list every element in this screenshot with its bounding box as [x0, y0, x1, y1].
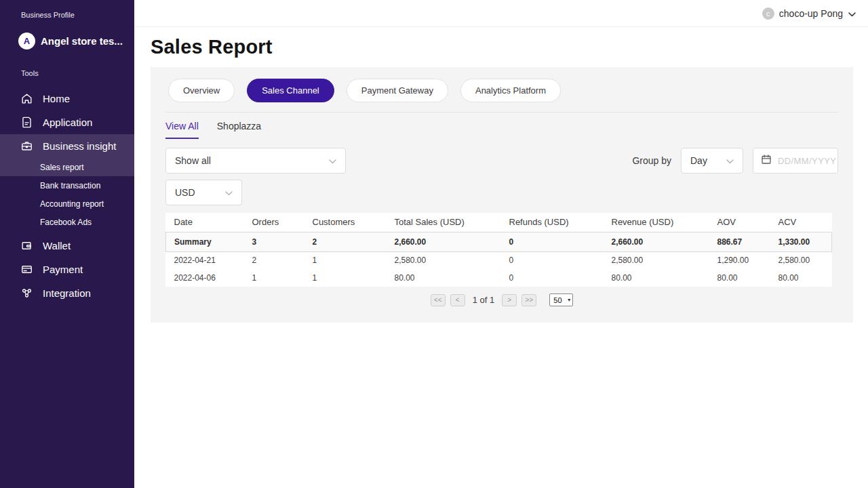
- sidebar-subitem-label: Accounting report: [40, 199, 104, 209]
- table-header-row: Date Orders Customers Total Sales (USD) …: [166, 213, 832, 232]
- pagination-next-button[interactable]: >: [502, 294, 517, 306]
- page-size-value: 50: [553, 296, 561, 304]
- divider: [165, 112, 838, 113]
- tab-view-all-label: View All: [165, 121, 199, 131]
- column-header-revenue: Revenue (USD): [604, 213, 709, 232]
- cell-date: 2022-04-06: [166, 269, 244, 287]
- table-row: 2022-04-21 2 1 2,580.00 0 2,580.00 1,290…: [166, 251, 832, 269]
- store-avatar: A: [18, 33, 35, 49]
- user-avatar: c: [762, 7, 774, 20]
- home-icon: [20, 92, 33, 105]
- chevron-down-icon: ▾: [568, 297, 570, 303]
- cell: 2,660.00: [604, 232, 709, 251]
- pagination-prev-button[interactable]: <: [450, 294, 465, 306]
- pagination-last-button[interactable]: >>: [521, 294, 536, 306]
- tab-sales-channel[interactable]: Sales Channel: [247, 79, 334, 102]
- sidebar-subitem-label: Bank transaction: [40, 181, 100, 190]
- cell: 80.00: [709, 269, 770, 287]
- user-menu[interactable]: c choco-up Pong: [762, 7, 856, 20]
- cell: 2,580.00: [387, 251, 501, 269]
- briefcase-icon: [20, 140, 33, 152]
- group-by-select[interactable]: Day: [681, 148, 743, 174]
- currency-select[interactable]: USD: [165, 180, 242, 205]
- chevron-down-icon: [225, 187, 233, 198]
- tools-label: Tools: [0, 69, 134, 77]
- sidebar: Business Profile A Angel store tes... To…: [0, 0, 134, 488]
- sidebar-item-label: Payment: [43, 264, 83, 275]
- pagination-info: 1 of 1: [473, 295, 495, 305]
- main-content: Sales Report Overview Sales Channel Paym…: [134, 27, 868, 488]
- cell: 1,330.00: [770, 232, 832, 251]
- cell-summary-label: Summary: [166, 232, 244, 251]
- sidebar-item-label: Home: [43, 93, 70, 104]
- sidebar-item-label: Application: [43, 117, 92, 128]
- column-header-customers: Customers: [304, 213, 387, 232]
- chevron-down-icon: [848, 7, 856, 20]
- cell: 0: [501, 269, 604, 287]
- sidebar-item-business-insight[interactable]: Business insight: [0, 134, 134, 158]
- store-name: Angel store tes...: [41, 35, 123, 47]
- currency-value: USD: [175, 187, 195, 198]
- group-by-controls: Group by Day DD/MM/YYYY: [632, 148, 838, 174]
- sidebar-item-label: Integration: [43, 287, 91, 299]
- sidebar-item-label: Wallet: [43, 240, 71, 251]
- sidebar-item-home[interactable]: Home: [0, 87, 134, 110]
- date-range-input[interactable]: DD/MM/YYYY: [753, 148, 838, 174]
- cell: 80.00: [387, 269, 501, 287]
- tab-payment-gateway[interactable]: Payment Gateway: [347, 79, 448, 102]
- business-profile-selector[interactable]: A Angel store tes...: [18, 33, 134, 49]
- sidebar-subitem-bank-transaction[interactable]: Bank transaction: [0, 176, 134, 195]
- group-by-label: Group by: [632, 155, 671, 166]
- sidebar-subitem-sales-report[interactable]: Sales report: [0, 158, 134, 176]
- tab-overview[interactable]: Overview: [168, 79, 235, 102]
- user-avatar-initial: c: [766, 9, 770, 18]
- tab-shoplazza-label: Shoplazza: [217, 121, 261, 131]
- cell: 2: [244, 251, 304, 269]
- cell: 1,290.00: [709, 251, 770, 269]
- sidebar-item-integration[interactable]: Integration: [0, 281, 134, 305]
- sidebar-item-label: Business insight: [43, 140, 116, 152]
- sidebar-item-payment[interactable]: Payment: [0, 258, 134, 281]
- date-placeholder: DD/MM/YYYY: [778, 156, 836, 166]
- tab-shoplazza[interactable]: Shoplazza: [217, 121, 261, 139]
- calendar-icon: [760, 153, 772, 168]
- cell: 0: [501, 232, 604, 251]
- tab-view-all[interactable]: View All: [165, 121, 199, 139]
- wallet-icon: [20, 239, 33, 252]
- chevron-down-icon: [329, 155, 336, 166]
- column-header-acv: ACV: [770, 213, 832, 232]
- cell: 1: [244, 269, 304, 287]
- business-profile-label: Business Profile: [0, 0, 134, 19]
- tab-analytics-platform[interactable]: Analytics Platform: [460, 79, 561, 102]
- user-name: choco-up Pong: [779, 8, 843, 19]
- view-tabs: View All Shoplazza: [165, 121, 838, 139]
- page-size-select[interactable]: 50 ▾: [549, 293, 573, 306]
- cell: 2,660.00: [387, 232, 501, 251]
- pagination-first-button[interactable]: <<: [431, 294, 446, 306]
- cell-date: 2022-04-21: [166, 251, 244, 269]
- summary-row: Summary 3 2 2,660.00 0 2,660.00 886.67 1…: [166, 232, 832, 251]
- sidebar-item-wallet[interactable]: Wallet: [0, 234, 134, 258]
- topbar: c choco-up Pong: [134, 0, 868, 27]
- sidebar-subitem-facebook-ads[interactable]: Facebook Ads: [0, 213, 134, 231]
- cell: 80.00: [604, 269, 709, 287]
- sidebar-nav: Home Application Business insight Sales …: [0, 87, 134, 305]
- sales-report-table: Date Orders Customers Total Sales (USD) …: [165, 213, 832, 287]
- application-icon: [20, 116, 33, 129]
- cell: 3: [244, 232, 304, 251]
- cell: 2,580.00: [604, 251, 709, 269]
- filter-row: Show all Group by Day DD/MM/YYY: [165, 148, 838, 174]
- sidebar-subitem-label: Sales report: [40, 163, 84, 172]
- report-panel: Overview Sales Channel Payment Gateway A…: [151, 67, 853, 323]
- channel-filter-select[interactable]: Show all: [165, 148, 346, 174]
- sidebar-subitem-accounting-report[interactable]: Accounting report: [0, 195, 134, 213]
- sidebar-item-application[interactable]: Application: [0, 110, 134, 134]
- cell: 886.67: [709, 232, 770, 251]
- store-avatar-initial: A: [24, 36, 30, 46]
- column-header-aov: AOV: [709, 213, 770, 232]
- cell: 2: [304, 232, 387, 251]
- sidebar-subitem-label: Facebook Ads: [40, 218, 92, 227]
- credit-card-icon: [20, 263, 33, 276]
- channel-filter-value: Show all: [175, 155, 211, 166]
- column-header-total-sales: Total Sales (USD): [387, 213, 501, 232]
